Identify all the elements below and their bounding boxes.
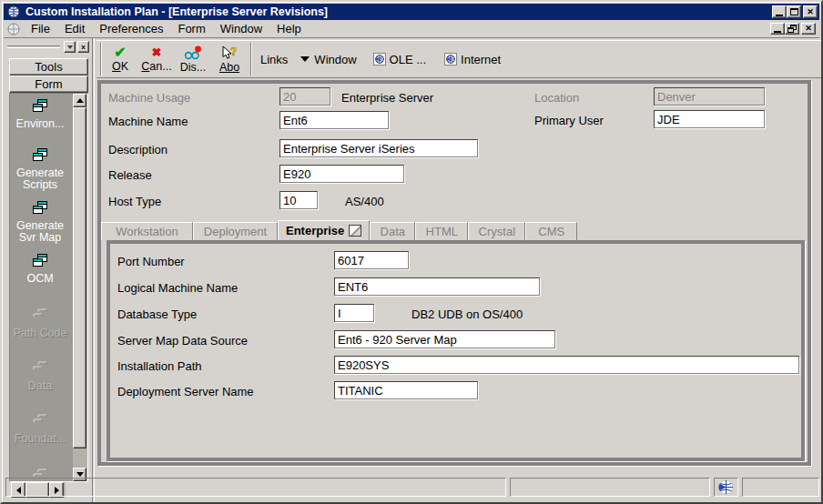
close-button[interactable]: ✕: [803, 5, 818, 18]
tab-data[interactable]: Data: [370, 222, 415, 240]
tab-workstation[interactable]: Workstation: [101, 222, 193, 240]
tab-enterprise[interactable]: Enterprise: [278, 220, 370, 240]
host-type-field[interactable]: [279, 191, 318, 209]
host-type-label: Host Type: [108, 195, 161, 208]
arrow-up-icon: [76, 98, 84, 103]
logical-machine-name-field[interactable]: [334, 277, 540, 296]
form-button-label: Form: [35, 77, 62, 91]
menu-file[interactable]: File: [24, 20, 57, 37]
tab-crystal[interactable]: Crystal: [468, 222, 525, 240]
close-icon: x: [81, 43, 85, 51]
sidebar-item-generate-svr-map[interactable]: Generate Svr Map: [10, 201, 70, 244]
description-field[interactable]: [279, 139, 478, 157]
sidebar-item-environment[interactable]: Environ...: [10, 99, 70, 130]
machine-name-field[interactable]: [279, 111, 389, 129]
ole-document-icon[interactable]: [373, 53, 386, 66]
mdi-close-button[interactable]: ✕: [801, 23, 816, 35]
menu-help[interactable]: Help: [269, 20, 309, 37]
enterprise-tab-panel: Port Number Logical Machine Name Databas…: [107, 240, 805, 461]
installation-path-label: Installation Path: [117, 359, 202, 373]
sidebar-tools-button[interactable]: Tools: [9, 58, 88, 76]
database-type-field[interactable]: [334, 304, 374, 322]
menu-bar: File Edit Preferences Form Window Help ✕: [4, 20, 819, 38]
maximize-button[interactable]: [787, 5, 801, 18]
menu-window[interactable]: Window: [213, 20, 269, 37]
sidebar-form-button[interactable]: Form: [9, 76, 88, 93]
form-exit-panel: Environ... Generate Scripts Generate Svr…: [9, 93, 88, 482]
port-number-label: Port Number: [117, 255, 185, 268]
sidebar-item-label: Data: [10, 380, 70, 392]
cancel-button[interactable]: ✖ Can...: [138, 42, 175, 76]
chevron-down-icon: [67, 45, 73, 49]
cancel-x-icon: ✖: [152, 46, 162, 59]
scroll-up-button[interactable]: [73, 94, 86, 107]
about-button[interactable]: ? Abo: [211, 42, 248, 76]
status-message-panel: [5, 478, 506, 497]
internet-document-icon[interactable]: [444, 53, 457, 66]
server-map-data-source-field[interactable]: [334, 330, 555, 348]
release-field[interactable]: [279, 165, 404, 183]
menu-preferences[interactable]: Preferences: [92, 20, 170, 37]
tab-label: Data: [381, 225, 405, 238]
tab-label: Enterprise: [286, 224, 344, 237]
tab-cms[interactable]: CMS: [525, 222, 577, 240]
cascade-windows-icon: [33, 148, 48, 162]
tab-label: HTML: [426, 225, 458, 238]
machine-usage-description: Enterprise Server: [341, 91, 433, 105]
sidebar-item-path-code: Path Code: [10, 308, 70, 339]
sidebar-grip[interactable]: [7, 45, 60, 48]
deployment-server-name-field[interactable]: [334, 381, 478, 399]
cascade-windows-icon: [33, 254, 48, 267]
status-globe-icon: [718, 479, 734, 495]
cascade-windows-icon: [33, 201, 48, 215]
tab-strip: Workstation Deployment Enterprise Data H…: [101, 220, 577, 240]
window-title: Custom Installation Plan - [Enterprise S…: [25, 5, 328, 18]
title-bar: Custom Installation Plan - [Enterprise S…: [4, 4, 819, 20]
sidebar-item-label: Generate Scripts: [10, 167, 70, 191]
sidebar-vertical-scrollbar[interactable]: [73, 94, 87, 481]
ole-menu[interactable]: OLE ...: [390, 53, 426, 66]
installation-path-field[interactable]: [334, 356, 799, 374]
ghost-window-icon: [33, 414, 48, 428]
window-dropdown-icon[interactable]: [300, 56, 310, 62]
internet-menu[interactable]: Internet: [461, 53, 501, 66]
menu-edit[interactable]: Edit: [57, 20, 92, 37]
sidebar-item-generate-scripts[interactable]: Generate Scripts: [10, 148, 70, 191]
mdi-minimize-button[interactable]: [770, 23, 785, 35]
location-field: [654, 87, 765, 106]
ghost-window-icon: [33, 308, 48, 322]
mdi-restore-button[interactable]: [785, 23, 799, 35]
port-number-field[interactable]: [334, 251, 409, 269]
tab-label: Workstation: [116, 225, 178, 238]
toolbar: ✔ OK ✖ Can... Dis... ? Abo Links Win: [97, 40, 823, 78]
sidebar-dropdown-button[interactable]: [64, 41, 76, 53]
machine-name-label: Machine Name: [108, 115, 188, 128]
display-errors-button-label: Dis...: [180, 61, 206, 74]
sidebar-item-foundation: Foundat...: [10, 414, 70, 445]
sidebar-item-label: Foundat...: [10, 433, 70, 445]
window-menu[interactable]: Window: [314, 53, 356, 66]
host-type-description: AS/400: [345, 195, 384, 208]
database-type-description: DB2 UDB on OS/400: [412, 307, 523, 321]
location-label: Location: [534, 91, 579, 105]
sidebar-item-ocm[interactable]: OCM: [10, 254, 70, 285]
primary-user-label: Primary User: [534, 114, 604, 127]
ok-button[interactable]: ✔ OK: [102, 42, 138, 76]
scrollbar-thumb[interactable]: [73, 107, 86, 449]
menu-form[interactable]: Form: [170, 20, 212, 37]
sidebar-item-label: Path Code: [10, 328, 70, 339]
display-errors-button[interactable]: Dis...: [175, 42, 211, 76]
minimize-button[interactable]: [772, 5, 787, 18]
primary-user-field[interactable]: [654, 110, 765, 128]
deployment-server-name-label: Deployment Server Name: [117, 385, 254, 398]
sidebar-item-data: Data: [10, 361, 70, 392]
sidebar-close-button[interactable]: x: [77, 41, 89, 53]
links-menu[interactable]: Links: [260, 53, 288, 66]
page-dogear-icon: [349, 225, 361, 237]
sidebar-divider: [92, 38, 95, 504]
database-type-label: Database Type: [117, 307, 197, 321]
tab-deployment[interactable]: Deployment: [193, 222, 278, 240]
svg-text:?: ?: [230, 45, 237, 58]
logical-machine-name-label: Logical Machine Name: [117, 281, 238, 295]
tab-html[interactable]: HTML: [415, 222, 468, 240]
